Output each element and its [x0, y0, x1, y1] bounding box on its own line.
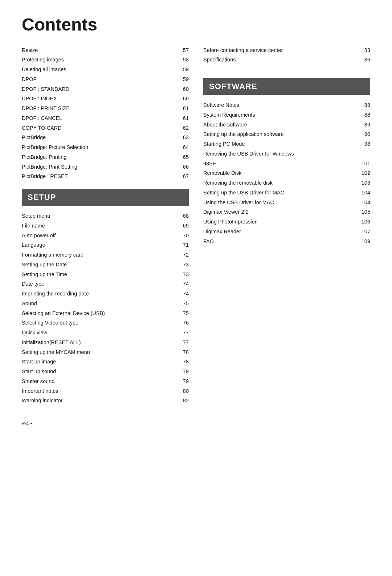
toc-label: PictBridge: Printing — [22, 153, 178, 161]
toc-page: 59 — [178, 76, 189, 84]
toc-label: About the software — [203, 121, 359, 129]
toc-page: 61 — [178, 105, 189, 113]
toc-page: 104 — [359, 189, 370, 197]
list-item: PictBridge: Printing65 — [22, 152, 189, 162]
toc-page: 89 — [359, 121, 370, 129]
list-item: DPOF59 — [22, 74, 189, 84]
list-item: Setting up the MYCAM menu78 — [22, 347, 189, 357]
toc-label: Using the USB Driver for MAC — [203, 199, 359, 207]
toc-page: 72 — [178, 251, 189, 259]
list-item: Removing the removable disk103 — [203, 178, 370, 188]
toc-label: 98SE — [203, 160, 359, 168]
list-item: Formatting a memory card72 — [22, 250, 189, 260]
toc-label: PictBridge — [22, 134, 178, 142]
setup-section-header: SETUP — [22, 189, 189, 206]
list-item: DPOF : CANCEL61 — [22, 113, 189, 123]
list-item: System Requirements88 — [203, 110, 370, 120]
setup-entries: Setup menu68File name69Auto power off70L… — [22, 212, 189, 406]
toc-page: 74 — [178, 290, 189, 298]
toc-label: Sound — [22, 300, 178, 308]
list-item: Using the USB Driver for MAC104 — [203, 198, 370, 208]
list-item: Deleting all images59 — [22, 65, 189, 75]
list-item: Auto power off70 — [22, 231, 189, 241]
toc-page: 79 — [178, 378, 189, 386]
list-item: Date type74 — [22, 279, 189, 289]
list-item: Protecting images58 — [22, 55, 189, 65]
toc-label: COPY TO CARD — [22, 124, 178, 132]
list-item: Start up sound79 — [22, 367, 189, 377]
toc-label: Start up image — [22, 358, 178, 366]
toc-label: Digimax Viewer 2.1 — [203, 208, 359, 216]
toc-label: Software Notes — [203, 101, 359, 109]
toc-label: Removable Disk — [203, 169, 359, 177]
toc-page: 58 — [178, 56, 189, 64]
list-item: Software Notes88 — [203, 101, 370, 110]
list-item: Before contacting a service center83 — [203, 45, 370, 55]
toc-page: 78 — [178, 358, 189, 366]
toc-page: 60 — [178, 85, 189, 93]
toc-page: 75 — [178, 300, 189, 308]
list-item: Setting up the application software90 — [203, 130, 370, 140]
list-item: PictBridge: Picture Selection64 — [22, 143, 189, 153]
toc-label: Before contacting a service center — [203, 47, 359, 55]
list-item: Removable Disk102 — [203, 169, 370, 178]
toc-page: 76 — [178, 319, 189, 327]
toc-page: 67 — [178, 173, 189, 181]
toc-page: 105 — [359, 208, 370, 216]
toc-page: 75 — [178, 310, 189, 318]
toc-page: 83 — [359, 47, 370, 55]
toc-label: Language — [22, 241, 178, 249]
content-area: Resize57Protecting images58Deleting all … — [22, 45, 370, 406]
toc-page: 68 — [178, 212, 189, 220]
toc-page: 77 — [178, 329, 189, 337]
list-item: DPOF : STANDARD60 — [22, 84, 189, 94]
toc-label: Start up sound — [22, 368, 178, 376]
list-item: Removing the USB Driver for Windows — [203, 149, 370, 159]
list-item: DPOF : PRINT SIZE61 — [22, 104, 189, 114]
toc-label: PictBridge : RESET — [22, 173, 178, 181]
toc-page: 106 — [359, 218, 370, 226]
list-item: Language71 — [22, 241, 189, 250]
toc-label: Specifications — [203, 56, 359, 64]
left-column: Resize57Protecting images58Deleting all … — [22, 45, 189, 406]
toc-page: 64 — [178, 144, 189, 152]
toc-page: 101 — [359, 160, 370, 168]
toc-label: DPOF : PRINT SIZE — [22, 105, 178, 113]
top-entries-left: Resize57Protecting images58Deleting all … — [22, 45, 189, 182]
toc-page: 80 — [178, 387, 189, 395]
list-item: Start up image78 — [22, 357, 189, 367]
toc-label: Formatting a memory card — [22, 251, 178, 259]
toc-page: 107 — [359, 228, 370, 236]
toc-page: 77 — [178, 339, 189, 347]
toc-label: DPOF — [22, 76, 178, 84]
toc-page: 59 — [178, 66, 189, 74]
list-item: PictBridge63 — [22, 133, 189, 143]
right-column: Before contacting a service center83Spec… — [203, 45, 370, 406]
toc-label: DPOF : CANCEL — [22, 114, 178, 122]
software-entries: Software Notes88System Requirements88Abo… — [203, 101, 370, 246]
list-item: Using PhotoImpression106 — [203, 217, 370, 227]
toc-label: File name — [22, 222, 178, 230]
toc-label: Auto power off — [22, 232, 178, 240]
toc-page: 78 — [178, 349, 189, 357]
toc-page: 88 — [359, 101, 370, 109]
toc-page: 73 — [178, 261, 189, 269]
toc-label: Setting up the application software — [203, 130, 359, 138]
toc-label: PictBridge: Picture Selection — [22, 144, 178, 152]
toc-page: 61 — [178, 114, 189, 122]
toc-page: 60 — [178, 95, 189, 103]
toc-page: 82 — [178, 397, 189, 405]
toc-label: DPOF : STANDARD — [22, 85, 178, 93]
list-item: DPOF : INDEX60 — [22, 94, 189, 104]
list-item: COPY TO CARD62 — [22, 123, 189, 133]
list-item: Selecting an External Device (USB)75 — [22, 309, 189, 318]
toc-page: 71 — [178, 241, 189, 249]
list-item: Setup menu68 — [22, 212, 189, 221]
toc-page: 62 — [178, 124, 189, 132]
software-section-header: SOFTWARE — [203, 78, 370, 95]
list-item: Starting PC Mode98 — [203, 140, 370, 149]
list-item: About the software89 — [203, 120, 370, 130]
page-title: Contents — [22, 15, 370, 35]
top-entries-right: Before contacting a service center83Spec… — [203, 45, 370, 65]
toc-label: Protecting images — [22, 56, 178, 64]
